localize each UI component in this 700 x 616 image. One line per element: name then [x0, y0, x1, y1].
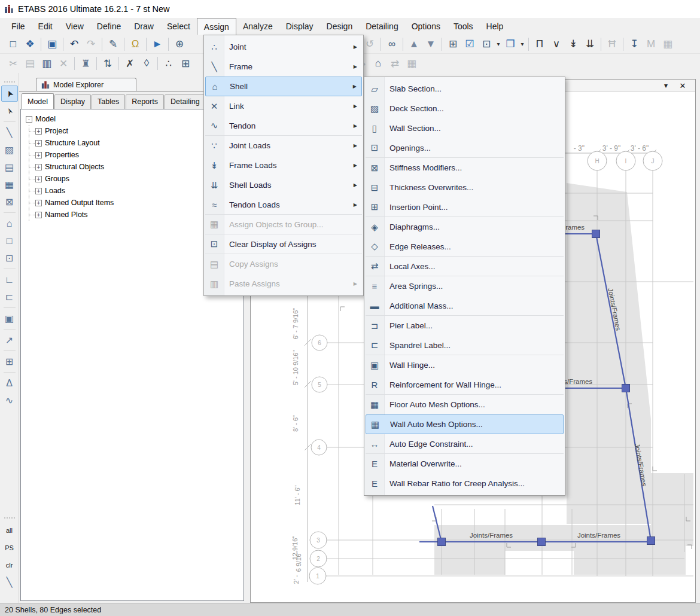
slab-region[interactable]	[434, 551, 505, 575]
draw-wall-icon[interactable]: ∟	[1, 272, 18, 288]
item-7-icon[interactable]	[102, 38, 102, 51]
lock-model-icon[interactable]: Ω	[127, 36, 144, 52]
item-9-icon[interactable]	[124, 38, 124, 51]
item-17-icon[interactable]	[381, 38, 381, 51]
copy-icon[interactable]: ▤	[22, 56, 38, 71]
shaded-view-cube-icon[interactable]: ❒	[502, 36, 519, 52]
paste-icon[interactable]: ▥	[38, 56, 55, 71]
display-options-checkbox-icon[interactable]: ☑	[461, 36, 478, 52]
item-2-icon[interactable]	[41, 38, 41, 51]
draw-beam-icon[interactable]: ╲	[1, 124, 18, 141]
tile-windows-icon[interactable]: ⊞	[445, 36, 461, 52]
item-8-icon[interactable]	[4, 212, 16, 213]
frame-property-icon[interactable]: Ħ	[604, 36, 620, 52]
quick-draw-secondary-beams-icon[interactable]: ▦	[1, 176, 18, 193]
assign-item-tendon-loads[interactable]: ≈ Tendon Loads ▶	[205, 195, 362, 215]
menu-tools[interactable]: Tools	[447, 18, 480, 35]
clear-selection-button[interactable]: clr	[1, 557, 18, 573]
draw-frame-portal-icon[interactable]: Π	[531, 36, 548, 52]
dimension-lines-icon[interactable]: ⇅	[99, 56, 116, 71]
menu-select[interactable]: Select	[160, 18, 197, 35]
assign-item-shell-loads[interactable]: ⇊ Shell Loads ▶	[205, 175, 362, 195]
shell-item-floor-auto-mesh-options[interactable]: ▦ Floor Auto Mesh Options...	[366, 395, 564, 414]
close-view-icon[interactable]: ✕	[677, 81, 688, 90]
menu-view[interactable]: View	[59, 18, 90, 35]
shell-item-diaphragms[interactable]: ◈ Diaphragms...	[366, 217, 564, 237]
item-11-icon[interactable]	[146, 38, 147, 51]
slab-region[interactable]	[574, 551, 686, 575]
view-settings-glasses-icon[interactable]: ∞	[384, 36, 400, 52]
draw-floor-icon[interactable]: ⌂	[1, 215, 18, 231]
expand-toggle-icon[interactable]: +	[35, 128, 42, 135]
assign-item-shell[interactable]: ⌂ Shell ▶	[205, 77, 362, 96]
expand-toggle-icon[interactable]: +	[35, 164, 42, 170]
draw-develop-icon[interactable]: ✗	[121, 56, 138, 71]
door-window-icon[interactable]: ⇄	[386, 56, 403, 71]
shell-item-local-axes[interactable]: ⇄ Local Axes...	[366, 257, 564, 276]
item-22-icon[interactable]	[442, 38, 442, 51]
item-11-icon[interactable]	[157, 57, 158, 70]
restore-previous-zoom-icon[interactable]: ↺	[361, 36, 378, 52]
assign-item-tendon[interactable]: ∿ Tendon ▶	[205, 116, 362, 136]
select-all-button[interactable]: all	[1, 522, 18, 538]
item-6-icon[interactable]	[96, 57, 97, 70]
expand-toggle-icon[interactable]: +	[35, 152, 42, 158]
menu-detailing[interactable]: Detailing	[359, 18, 404, 35]
expand-toggle-icon[interactable]: +	[35, 188, 42, 194]
redo-icon[interactable]: ↷	[83, 36, 99, 52]
draw-opening-icon[interactable]: ▣	[1, 310, 18, 327]
assign-item-joint-loads[interactable]: ∵ Joint Loads ▶	[205, 136, 362, 155]
shell-item-material-overwrite[interactable]: E Material Overwrite...	[366, 454, 564, 474]
item-15-icon[interactable]	[4, 307, 16, 308]
shell-item-stiffness-modifiers[interactable]: ⊠ Stiffness Modifiers...	[366, 158, 564, 178]
shell-item-area-springs[interactable]: ≡ Area Springs...	[366, 276, 564, 296]
story-buildings-icon[interactable]: ♜	[77, 56, 94, 71]
menu-define[interactable]: Define	[90, 18, 127, 35]
move-down-story-icon[interactable]: ▼	[422, 36, 439, 52]
select-previous-button[interactable]: PS	[1, 539, 18, 556]
expand-toggle-icon[interactable]: +	[35, 176, 42, 182]
item-13-icon[interactable]	[168, 38, 169, 51]
tab-display[interactable]: Display	[54, 94, 91, 109]
item-4-icon[interactable]	[63, 38, 63, 51]
item-19-icon[interactable]	[4, 350, 16, 351]
assign-item-frame-loads[interactable]: ↡ Frame Loads ▶	[205, 155, 362, 175]
rotate-shape-icon[interactable]: ◊	[138, 56, 155, 71]
collapse-view-icon[interactable]: ▾	[661, 81, 671, 90]
shell-item-auto-edge-constraint[interactable]: ↔ Auto Edge Constraint...	[366, 434, 564, 454]
draw-link-icon[interactable]: ↗	[1, 332, 18, 348]
snap-grid-icon[interactable]: ⊞	[177, 56, 194, 71]
tab-reports[interactable]: Reports	[126, 94, 164, 109]
menu-analyze[interactable]: Analyze	[236, 18, 279, 35]
item-8-icon[interactable]	[118, 57, 119, 70]
assign-item-assign-objects-to-group[interactable]: ▦ Assign Objects to Group...	[205, 215, 362, 234]
edit-pencil-icon[interactable]: ✎	[105, 36, 121, 52]
draw-ramp-icon[interactable]: Δ	[1, 375, 18, 391]
item-2-icon[interactable]	[4, 121, 16, 122]
quick-draw-floor-icon[interactable]: ⊡	[1, 250, 18, 266]
tab-model[interactable]: Model	[22, 93, 54, 109]
assign-joint-marker-icon[interactable]: ∨	[548, 36, 565, 52]
shell-item-deck-section[interactable]: ▨ Deck Section...	[366, 99, 564, 118]
assign-item-copy-assigns[interactable]: ▤ Copy Assigns	[205, 254, 362, 274]
draw-grid-icon[interactable]: ⊞	[1, 353, 18, 370]
object-view-cube-icon[interactable]: ⊡	[478, 36, 495, 52]
shell-item-edge-releases[interactable]: ◇ Edge Releases...	[366, 237, 564, 257]
assign-item-frame[interactable]: ╲ Frame ▶	[205, 57, 362, 77]
item-12-icon[interactable]	[4, 269, 16, 269]
shell-item-insertion-point[interactable]: ⊞ Insertion Point...	[366, 197, 564, 217]
assign-item-link[interactable]: ✕ Link ▶	[205, 96, 362, 116]
item-29-icon[interactable]	[528, 38, 529, 51]
tab-tables[interactable]: Tables	[92, 94, 125, 109]
menu-draw[interactable]: Draw	[127, 18, 160, 35]
shell-item-additional-mass[interactable]: ▬ Additional Mass...	[366, 296, 564, 316]
menu-file[interactable]: File	[5, 18, 32, 35]
shell-item-reinforcement-for-wall-hinge[interactable]: R Reinforcement for Wall Hinge...	[366, 375, 564, 395]
rubber-band-zoom-icon[interactable]: ⊕	[171, 36, 188, 52]
quick-draw-braces-icon[interactable]: ⊠	[1, 194, 18, 210]
run-analysis-icon[interactable]: ►	[149, 36, 166, 52]
snap-polygon-icon[interactable]: ⌂	[370, 56, 386, 71]
assign-item-joint[interactable]: ∴ Joint ▶	[205, 37, 362, 57]
item-34-icon[interactable]	[601, 38, 601, 51]
shell-item-spandrel-label[interactable]: ⊏ Spandrel Label...	[366, 336, 564, 355]
